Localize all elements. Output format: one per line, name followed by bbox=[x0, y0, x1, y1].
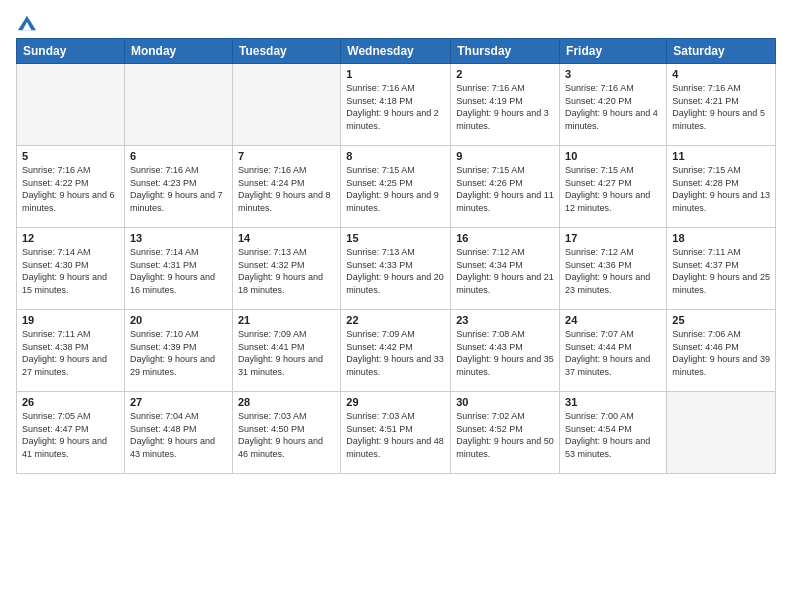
day-number: 6 bbox=[130, 150, 227, 162]
day-number: 7 bbox=[238, 150, 335, 162]
day-number: 11 bbox=[672, 150, 770, 162]
logo bbox=[16, 12, 36, 30]
day-number: 17 bbox=[565, 232, 661, 244]
day-info: Sunrise: 7:13 AMSunset: 4:32 PMDaylight:… bbox=[238, 246, 335, 296]
calendar-cell-4-3: 21Sunrise: 7:09 AMSunset: 4:41 PMDayligh… bbox=[232, 310, 340, 392]
calendar-cell-5-7 bbox=[667, 392, 776, 474]
day-info: Sunrise: 7:14 AMSunset: 4:30 PMDaylight:… bbox=[22, 246, 119, 296]
calendar-cell-5-2: 27Sunrise: 7:04 AMSunset: 4:48 PMDayligh… bbox=[124, 392, 232, 474]
day-number: 22 bbox=[346, 314, 445, 326]
day-number: 5 bbox=[22, 150, 119, 162]
day-number: 2 bbox=[456, 68, 554, 80]
day-number: 26 bbox=[22, 396, 119, 408]
day-info: Sunrise: 7:09 AMSunset: 4:42 PMDaylight:… bbox=[346, 328, 445, 378]
day-info: Sunrise: 7:15 AMSunset: 4:25 PMDaylight:… bbox=[346, 164, 445, 214]
calendar-cell-2-2: 6Sunrise: 7:16 AMSunset: 4:23 PMDaylight… bbox=[124, 146, 232, 228]
calendar-cell-3-5: 16Sunrise: 7:12 AMSunset: 4:34 PMDayligh… bbox=[451, 228, 560, 310]
header bbox=[16, 12, 776, 30]
day-info: Sunrise: 7:07 AMSunset: 4:44 PMDaylight:… bbox=[565, 328, 661, 378]
day-number: 3 bbox=[565, 68, 661, 80]
day-number: 1 bbox=[346, 68, 445, 80]
day-info: Sunrise: 7:03 AMSunset: 4:50 PMDaylight:… bbox=[238, 410, 335, 460]
day-info: Sunrise: 7:16 AMSunset: 4:24 PMDaylight:… bbox=[238, 164, 335, 214]
day-info: Sunrise: 7:16 AMSunset: 4:23 PMDaylight:… bbox=[130, 164, 227, 214]
day-info: Sunrise: 7:11 AMSunset: 4:37 PMDaylight:… bbox=[672, 246, 770, 296]
calendar-week-3: 12Sunrise: 7:14 AMSunset: 4:30 PMDayligh… bbox=[17, 228, 776, 310]
calendar-header-wednesday: Wednesday bbox=[341, 39, 451, 64]
day-info: Sunrise: 7:12 AMSunset: 4:34 PMDaylight:… bbox=[456, 246, 554, 296]
calendar-cell-3-6: 17Sunrise: 7:12 AMSunset: 4:36 PMDayligh… bbox=[560, 228, 667, 310]
calendar-cell-5-4: 29Sunrise: 7:03 AMSunset: 4:51 PMDayligh… bbox=[341, 392, 451, 474]
day-number: 15 bbox=[346, 232, 445, 244]
day-info: Sunrise: 7:00 AMSunset: 4:54 PMDaylight:… bbox=[565, 410, 661, 460]
calendar-cell-1-3 bbox=[232, 64, 340, 146]
day-info: Sunrise: 7:02 AMSunset: 4:52 PMDaylight:… bbox=[456, 410, 554, 460]
day-info: Sunrise: 7:16 AMSunset: 4:22 PMDaylight:… bbox=[22, 164, 119, 214]
day-number: 28 bbox=[238, 396, 335, 408]
day-number: 20 bbox=[130, 314, 227, 326]
calendar-header-sunday: Sunday bbox=[17, 39, 125, 64]
day-info: Sunrise: 7:08 AMSunset: 4:43 PMDaylight:… bbox=[456, 328, 554, 378]
calendar-cell-1-5: 2Sunrise: 7:16 AMSunset: 4:19 PMDaylight… bbox=[451, 64, 560, 146]
calendar-cell-4-4: 22Sunrise: 7:09 AMSunset: 4:42 PMDayligh… bbox=[341, 310, 451, 392]
day-number: 8 bbox=[346, 150, 445, 162]
calendar-cell-5-3: 28Sunrise: 7:03 AMSunset: 4:50 PMDayligh… bbox=[232, 392, 340, 474]
calendar-header-tuesday: Tuesday bbox=[232, 39, 340, 64]
day-info: Sunrise: 7:15 AMSunset: 4:26 PMDaylight:… bbox=[456, 164, 554, 214]
day-number: 21 bbox=[238, 314, 335, 326]
day-info: Sunrise: 7:06 AMSunset: 4:46 PMDaylight:… bbox=[672, 328, 770, 378]
calendar-cell-5-5: 30Sunrise: 7:02 AMSunset: 4:52 PMDayligh… bbox=[451, 392, 560, 474]
day-number: 27 bbox=[130, 396, 227, 408]
day-info: Sunrise: 7:09 AMSunset: 4:41 PMDaylight:… bbox=[238, 328, 335, 378]
day-number: 9 bbox=[456, 150, 554, 162]
calendar-header-friday: Friday bbox=[560, 39, 667, 64]
calendar-week-1: 1Sunrise: 7:16 AMSunset: 4:18 PMDaylight… bbox=[17, 64, 776, 146]
day-info: Sunrise: 7:05 AMSunset: 4:47 PMDaylight:… bbox=[22, 410, 119, 460]
day-number: 30 bbox=[456, 396, 554, 408]
calendar-header-monday: Monday bbox=[124, 39, 232, 64]
day-number: 23 bbox=[456, 314, 554, 326]
calendar-cell-3-4: 15Sunrise: 7:13 AMSunset: 4:33 PMDayligh… bbox=[341, 228, 451, 310]
day-number: 16 bbox=[456, 232, 554, 244]
day-number: 19 bbox=[22, 314, 119, 326]
calendar-cell-3-3: 14Sunrise: 7:13 AMSunset: 4:32 PMDayligh… bbox=[232, 228, 340, 310]
calendar-cell-4-5: 23Sunrise: 7:08 AMSunset: 4:43 PMDayligh… bbox=[451, 310, 560, 392]
day-number: 24 bbox=[565, 314, 661, 326]
day-number: 14 bbox=[238, 232, 335, 244]
calendar-week-5: 26Sunrise: 7:05 AMSunset: 4:47 PMDayligh… bbox=[17, 392, 776, 474]
day-number: 31 bbox=[565, 396, 661, 408]
calendar-cell-2-1: 5Sunrise: 7:16 AMSunset: 4:22 PMDaylight… bbox=[17, 146, 125, 228]
calendar-header-saturday: Saturday bbox=[667, 39, 776, 64]
calendar-cell-1-6: 3Sunrise: 7:16 AMSunset: 4:20 PMDaylight… bbox=[560, 64, 667, 146]
calendar-cell-5-6: 31Sunrise: 7:00 AMSunset: 4:54 PMDayligh… bbox=[560, 392, 667, 474]
day-number: 25 bbox=[672, 314, 770, 326]
calendar-cell-4-7: 25Sunrise: 7:06 AMSunset: 4:46 PMDayligh… bbox=[667, 310, 776, 392]
page: SundayMondayTuesdayWednesdayThursdayFrid… bbox=[0, 0, 792, 612]
day-number: 12 bbox=[22, 232, 119, 244]
logo-triangle-icon bbox=[18, 14, 36, 32]
day-info: Sunrise: 7:12 AMSunset: 4:36 PMDaylight:… bbox=[565, 246, 661, 296]
day-info: Sunrise: 7:03 AMSunset: 4:51 PMDaylight:… bbox=[346, 410, 445, 460]
calendar-cell-3-1: 12Sunrise: 7:14 AMSunset: 4:30 PMDayligh… bbox=[17, 228, 125, 310]
calendar-cell-1-1 bbox=[17, 64, 125, 146]
day-info: Sunrise: 7:16 AMSunset: 4:20 PMDaylight:… bbox=[565, 82, 661, 132]
day-number: 29 bbox=[346, 396, 445, 408]
calendar-cell-4-2: 20Sunrise: 7:10 AMSunset: 4:39 PMDayligh… bbox=[124, 310, 232, 392]
day-info: Sunrise: 7:13 AMSunset: 4:33 PMDaylight:… bbox=[346, 246, 445, 296]
day-info: Sunrise: 7:16 AMSunset: 4:19 PMDaylight:… bbox=[456, 82, 554, 132]
calendar-cell-2-4: 8Sunrise: 7:15 AMSunset: 4:25 PMDaylight… bbox=[341, 146, 451, 228]
day-info: Sunrise: 7:04 AMSunset: 4:48 PMDaylight:… bbox=[130, 410, 227, 460]
day-number: 4 bbox=[672, 68, 770, 80]
calendar-cell-4-6: 24Sunrise: 7:07 AMSunset: 4:44 PMDayligh… bbox=[560, 310, 667, 392]
calendar-cell-1-2 bbox=[124, 64, 232, 146]
calendar-cell-2-3: 7Sunrise: 7:16 AMSunset: 4:24 PMDaylight… bbox=[232, 146, 340, 228]
day-info: Sunrise: 7:16 AMSunset: 4:18 PMDaylight:… bbox=[346, 82, 445, 132]
calendar-week-4: 19Sunrise: 7:11 AMSunset: 4:38 PMDayligh… bbox=[17, 310, 776, 392]
calendar-week-2: 5Sunrise: 7:16 AMSunset: 4:22 PMDaylight… bbox=[17, 146, 776, 228]
calendar-cell-2-7: 11Sunrise: 7:15 AMSunset: 4:28 PMDayligh… bbox=[667, 146, 776, 228]
calendar-cell-4-1: 19Sunrise: 7:11 AMSunset: 4:38 PMDayligh… bbox=[17, 310, 125, 392]
day-number: 10 bbox=[565, 150, 661, 162]
day-number: 13 bbox=[130, 232, 227, 244]
day-info: Sunrise: 7:11 AMSunset: 4:38 PMDaylight:… bbox=[22, 328, 119, 378]
day-info: Sunrise: 7:15 AMSunset: 4:28 PMDaylight:… bbox=[672, 164, 770, 214]
